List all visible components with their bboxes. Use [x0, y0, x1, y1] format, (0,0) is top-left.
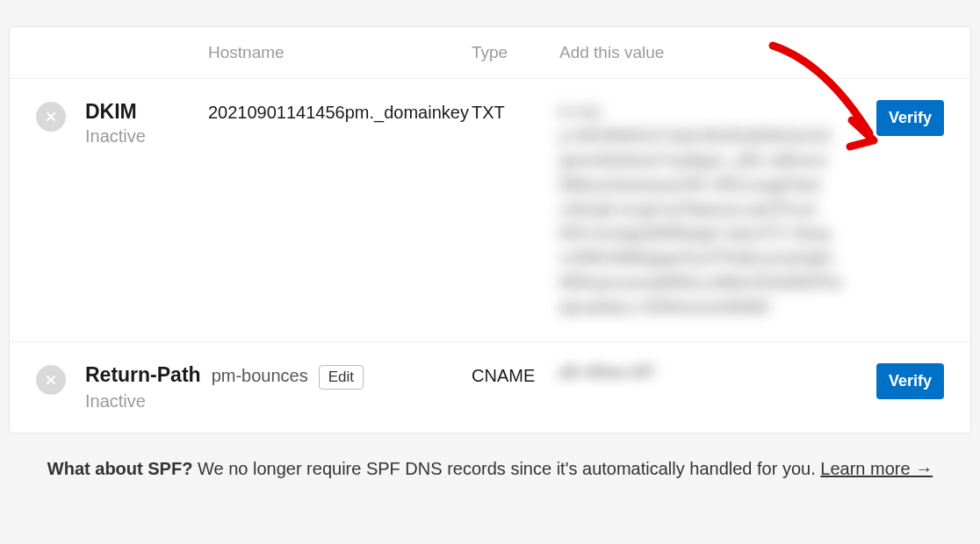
hostname-value: pm-bounces — [212, 366, 308, 386]
edit-button[interactable]: Edit — [319, 365, 364, 390]
footer-text: We no longer require SPF DNS records sin… — [192, 459, 820, 478]
table-row: DKIM Inactive 20210901141456pm._domainke… — [10, 79, 970, 342]
record-name: DKIM — [85, 100, 208, 125]
type-value: TXT — [472, 100, 559, 125]
close-icon — [36, 365, 66, 395]
record-name: Return-Path — [85, 363, 201, 388]
header-type: Type — [472, 43, 559, 62]
redacted-value: k=rsa; p=MIGfMA0GCSqGSlb3DQEBAQUAA gkeeS… — [559, 100, 847, 320]
status-badge: Inactive — [85, 391, 472, 412]
redacted-value: pfk dflska ldf7 — [559, 363, 656, 382]
table-header-row: Hostname Type Add this value — [10, 27, 970, 79]
status-badge: Inactive — [85, 126, 208, 147]
verify-button[interactable]: Verify — [876, 363, 944, 399]
type-value: CNAME — [472, 363, 559, 388]
learn-more-link[interactable]: Learn more → — [820, 459, 933, 478]
hostname-value: 20210901141456pm._domainkey — [208, 100, 472, 125]
close-icon — [36, 102, 66, 132]
header-hostname: Hostname — [208, 43, 472, 62]
table-row: Return-Path pm-bounces Edit Inactive CNA… — [10, 342, 970, 433]
footer-note: What about SPF? We no longer require SPF… — [0, 433, 980, 491]
verify-button[interactable]: Verify — [876, 100, 944, 136]
dns-records-table: Hostname Type Add this value DKIM Inacti… — [9, 26, 971, 433]
header-value: Add this value — [559, 43, 865, 62]
footer-bold: What about SPF? — [47, 459, 193, 478]
